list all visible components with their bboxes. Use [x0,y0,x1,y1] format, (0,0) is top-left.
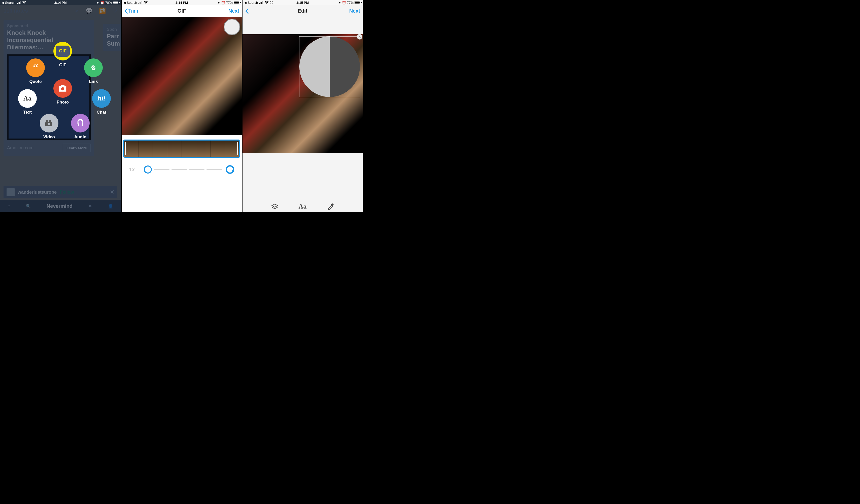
alarm-icon: ⏰ [221,1,225,4]
compose-video[interactable]: Video [40,114,58,140]
location-icon: ➤ [217,1,220,4]
battery-icon [355,1,361,4]
battery-pct: 77% [226,1,233,4]
screen-gif-trim: ◀ Search 3:14 PM ➤ ⏰ 77% Trim GIF Next 1… [121,0,242,212]
nav-bar: Trim GIF Next [121,5,242,17]
back-chevron-icon[interactable]: ◀ [1,1,4,4]
video-preview[interactable] [121,17,242,135]
status-back-label[interactable]: Search [127,1,137,4]
trim-filmstrip[interactable] [123,140,240,158]
compose-text[interactable]: Aa Text [18,89,37,115]
quote-icon: “ [26,58,45,77]
battery-pct: 78% [105,1,112,4]
battery-pct: 77% [347,1,354,4]
next-button[interactable]: Next [349,8,360,14]
back-button[interactable] [245,8,248,14]
svg-point-4 [61,87,64,90]
chat-icon: hi! [92,89,111,108]
status-back-label[interactable]: Search [247,1,258,4]
battery-icon [234,1,240,4]
wifi-icon [22,1,26,4]
wifi-icon [265,1,269,4]
speed-label: 1x [129,167,142,173]
gif-icon: GIF [56,46,70,57]
cellular-signal-icon [139,1,142,4]
loop-button[interactable] [226,165,234,174]
trim-handle-left[interactable] [125,142,126,155]
text-icon: Aa [18,89,37,108]
sticker-close-button[interactable]: ✕ [357,34,362,40]
compose-link[interactable]: Link [84,58,103,84]
nav-title: GIF [177,8,186,14]
speed-control-row: 1x [121,165,242,174]
compose-gif[interactable]: GIF GIF [53,42,72,68]
chevron-left-icon [245,8,248,14]
nav-title: Edit [298,8,307,14]
alarm-icon: ⏰ [342,1,346,4]
screen-compose: ◀ Search 3:14 PM ➤ ⏰ 78% 116 notes ➢ 💬 🔁… [0,0,121,212]
next-button[interactable]: Next [228,8,239,14]
slider-knob[interactable] [144,165,152,174]
compose-audio[interactable]: Audio [71,114,90,140]
compose-wheel: GIF GIF Link hi! Chat Audio Video Aa Te [13,44,108,140]
wall-clock [224,19,240,35]
text-tool-button[interactable]: Aa [299,203,307,210]
video-preview[interactable]: ✕ [243,34,363,153]
stickers-button[interactable] [271,203,278,210]
alarm-icon: ⏰ [100,1,104,4]
svg-point-1 [49,120,51,122]
edit-toolbar: Aa [243,203,363,210]
link-icon [84,58,103,77]
effects-button[interactable] [327,203,334,210]
audio-icon [71,114,90,132]
status-bar: ◀ Search 3:15 PM ➤ ⏰ 77% [243,0,363,5]
cellular-signal-icon [259,1,263,4]
nav-bar: Edit Next [243,5,363,17]
compose-chat[interactable]: hi! Chat [92,89,111,115]
back-button[interactable]: Trim [124,8,138,14]
speed-slider[interactable] [145,165,222,174]
status-time: 3:14 PM [54,1,67,4]
chevron-left-icon [124,8,128,14]
moon-sticker[interactable] [299,37,360,97]
status-time: 3:14 PM [175,1,188,4]
compose-overlay[interactable]: GIF GIF Link hi! Chat Audio Video Aa Te [0,5,121,212]
compose-quote[interactable]: “ Quote [26,58,45,84]
compose-photo[interactable]: Photo [53,79,72,105]
svg-point-0 [46,120,48,122]
status-bar: ◀ Search 3:14 PM ➤ ⏰ 77% [121,0,242,5]
camera-icon [53,79,72,98]
wifi-icon [144,1,148,4]
battery-icon [113,1,119,4]
svg-point-3 [47,123,50,125]
location-icon: ➤ [338,1,341,4]
video-icon [40,114,58,132]
trim-handle-right[interactable] [237,142,238,155]
status-bar: ◀ Search 3:14 PM ➤ ⏰ 78% [0,0,121,5]
location-icon: ➤ [97,1,99,4]
back-chevron-icon[interactable]: ◀ [244,1,246,4]
sticker-frame[interactable]: ✕ [299,36,360,97]
back-chevron-icon[interactable]: ◀ [123,1,126,4]
cellular-signal-icon [17,1,21,4]
screen-gif-edit: ◀ Search 3:15 PM ➤ ⏰ 77% Edit Next ✕ Aa [242,0,363,212]
status-time: 3:15 PM [297,1,309,4]
status-back-label[interactable]: Search [5,1,15,4]
loading-spinner-icon [270,1,273,4]
